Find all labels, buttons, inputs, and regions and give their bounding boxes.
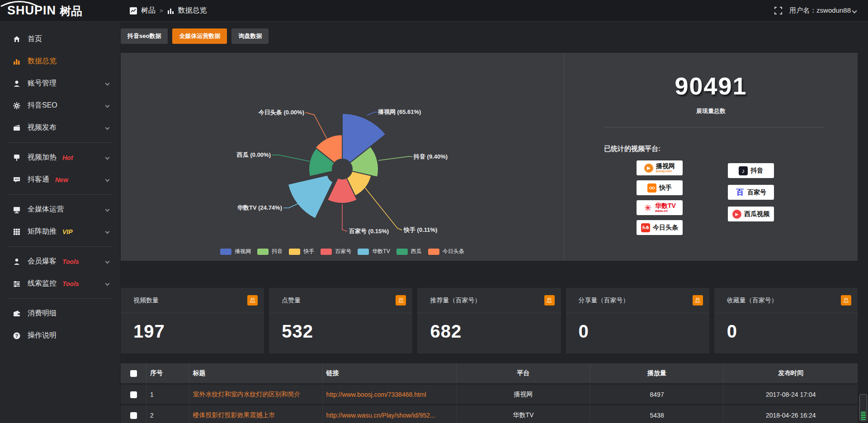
videos-table: 序号 标题 链接 平台 播放量 发布时间 1 室外水纹灯和室内水纹灯的区别和简介… [121,363,858,423]
sidebar-item-operation-guide[interactable]: ?操作说明 [0,324,120,347]
platform-card-快手[interactable]: OO快手 [637,180,683,195]
stat-card-favorites: 收藏量（百家号）总 0 [714,288,858,353]
platform-card-华数TV[interactable]: ✳华数TVwasu.cn [637,200,683,215]
sidebar-item-account-manage[interactable]: 账号管理 [0,72,120,94]
select-all-checkbox[interactable] [130,370,137,377]
sidebar-item-label: 账号管理 [28,79,57,88]
sidebar-item-quanmeiti-yunying[interactable]: 全媒体运营 [0,198,120,221]
logo-text-cn: 树品 [60,5,82,17]
pie-label-line [342,204,347,231]
chevron-down-icon[interactable] [105,155,110,160]
sidebar-item-badge: Hot [62,154,73,161]
pie-label-line [378,156,412,160]
wallet-icon [13,310,21,318]
cell-platform: 华数TV [457,404,590,423]
platform-card-今日头条[interactable]: 头条今日头条 [637,220,683,235]
chevron-down-icon[interactable] [105,230,110,234]
sidebar-item-matrix-boost[interactable]: 矩阵助推VIP [0,221,120,243]
sidebar-divider [8,246,112,247]
sidebar-item-video-publish[interactable]: 视频发布 [0,117,120,139]
fullscreen-icon[interactable] [774,7,782,14]
col-header-link: 链接 [323,363,457,383]
stat-card-value: 0 [566,313,709,342]
sidebar-item-label: 操作说明 [28,331,57,340]
legend-item-播视网[interactable]: 播视网 [220,248,251,255]
sidebar-item-douyin-seo[interactable]: 抖音SEO [0,94,120,117]
legend-swatch [257,249,269,255]
bar-chart-icon [13,57,21,66]
summary-panel: 90491 展现量总数 已统计的视频平台: ▶播视网boosj.comOO快手✳… [564,53,858,261]
sidebar-item-data-overview[interactable]: 数据总览 [0,50,120,72]
breadcrumb-current[interactable]: 数据总览 [178,6,207,15]
platform-card-抖音[interactable]: ♪抖音 [728,163,774,178]
sidebar-item-label: 消费明细 [28,309,57,318]
sidebar-item-huiyuan-baoke[interactable]: 会员爆客Tools [0,250,120,273]
legend-item-西瓜[interactable]: 西瓜 [396,248,422,255]
cell-title[interactable]: 楼体投影灯投影效果震撼上市 [189,404,323,423]
pie-label-line [272,155,310,161]
stat-card-value: 0 [714,313,858,342]
sidebar-item-xiansuo-jiankong[interactable]: 线索监控Tools [0,273,120,295]
chevron-down-icon[interactable] [105,207,110,212]
total-badge[interactable]: 总 [247,295,258,306]
tab-douyin-seo[interactable]: 抖音seo数据 [121,28,168,44]
pie-label-播视网: 播视网 (65.61%) [377,108,421,115]
sidebar-item-consume-detail[interactable]: 消费明细 [0,302,120,324]
pie-label-华数TV: 华数TV (24.74%) [237,204,282,211]
platform-card-西瓜视频[interactable]: ▶西瓜视频 [728,207,774,221]
platform-card-播视网[interactable]: ▶播视网boosj.com [637,160,683,175]
summary-divider [604,127,824,127]
cell-link[interactable]: http://www.boosj.com/7338468.html [323,383,457,404]
sidebar-item-douketong[interactable]: 抖客通New [0,169,120,191]
chevron-down-icon[interactable] [105,126,110,130]
total-badge[interactable]: 总 [841,295,851,306]
sidebar-item-label: 数据总览 [28,56,57,66]
stat-card-shares: 分享量（百家号）总 0 [566,288,709,353]
table-row: 1 室外水纹灯和室内水纹灯的区别和简介 http://www.boosj.com… [121,383,858,404]
grid-icon [13,228,21,236]
chevron-down-icon[interactable] [105,103,110,108]
tab-quanmeiti[interactable]: 全媒体运营数据 [172,28,227,44]
cell-title[interactable]: 室外水纹灯和室内水纹灯的区别和简介 [189,383,323,404]
legend-item-抖音[interactable]: 抖音 [257,248,283,255]
legend-item-百家号[interactable]: 百家号 [321,248,351,255]
sidebar-item-badge: Tools [62,258,79,265]
chevron-down-icon[interactable] [105,282,110,286]
sidebar-item-video-heat[interactable]: 视频加热Hot [0,146,120,169]
sidebar-divider [8,142,112,143]
kuaishou-logo-icon: OO [647,183,656,193]
legend-item-快手[interactable]: 快手 [289,248,314,255]
row-checkbox[interactable] [130,391,137,398]
pie-slice-华数TV[interactable] [288,175,333,219]
stat-card-videos: 视频数量总 197 [121,288,264,353]
legend-swatch [428,249,439,255]
total-badge[interactable]: 总 [544,295,555,306]
username[interactable]: 用户名：zswodun88 [789,6,856,15]
scroll-widget[interactable] [859,394,867,421]
pie-label-西瓜: 西瓜 (0.00%) [236,151,271,158]
top-header: SHUPIN 树品 树品 > 数据总览 用户名：zswodun88 [0,0,868,22]
total-badge[interactable]: 总 [396,295,406,306]
breadcrumb-root[interactable]: 树品 [141,6,156,15]
legend-swatch [358,249,369,255]
chevron-down-icon[interactable] [105,259,110,264]
user-menu-chevron-icon[interactable] [852,8,857,13]
main-content: 抖音seo数据 全媒体运营数据 询盘数据 播视网 (65.61%)抖音 (9.4… [120,22,868,423]
tab-xunpan[interactable]: 询盘数据 [231,28,269,44]
legend-item-今日头条[interactable]: 今日头条 [428,248,464,255]
sidebar-item-label: 线索监控 [28,279,57,288]
sidebar-item-home[interactable]: 首页 [0,28,120,50]
stat-cards-row: 视频数量总 197 点赞量总 532 推荐量（百家号）总 682 分享量（百家号… [121,288,858,353]
sidebar: 首页数据总览账号管理抖音SEO视频发布视频加热Hot抖客通New全媒体运营矩阵助… [0,22,120,423]
sidebar-item-label: 全媒体运营 [28,205,64,214]
platform-card-百家号[interactable]: 百百家号 [728,185,774,200]
cell-link[interactable]: http://www.wasu.cn/Play/show/id/952... [323,404,457,423]
chevron-down-icon[interactable] [105,178,110,182]
sidebar-item-label: 会员爆客 [28,257,57,266]
platform-pie-chart: 播视网 (65.61%)抖音 (9.40%)快手 (0.11%)百家号 (0.1… [121,53,564,261]
legend-item-华数TV[interactable]: 华数TV [358,248,390,255]
row-checkbox[interactable] [130,412,137,419]
chevron-down-icon[interactable] [105,81,110,86]
stat-card-label: 推荐量（百家号） [430,296,481,305]
total-badge[interactable]: 总 [693,295,703,306]
